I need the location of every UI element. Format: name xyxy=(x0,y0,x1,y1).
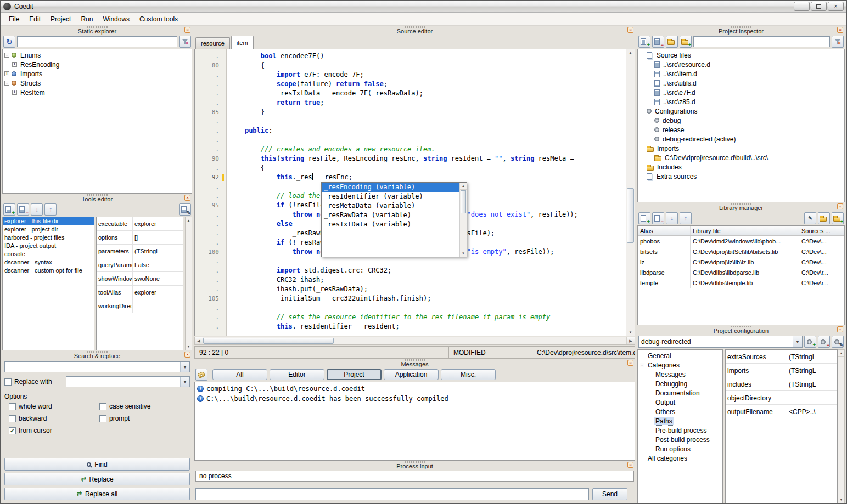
expand-icon[interactable]: + xyxy=(12,90,17,95)
scrollbar-thumb[interactable] xyxy=(203,338,334,344)
library-row[interactable]: bitsetsC:\Dev\dproj\bitSet\lib\bitsets.l… xyxy=(638,246,844,257)
code-editor[interactable]: .80....85....90.92..95....100....105... … xyxy=(194,49,635,336)
property-row-imports[interactable]: imports(TStringL xyxy=(726,364,837,377)
close-panel-icon[interactable]: × xyxy=(184,352,190,358)
tool-item-dscanner-syntax[interactable]: dscanner - syntax xyxy=(3,258,94,267)
menu-item-edit[interactable]: Edit xyxy=(24,14,46,25)
project-inspector-tree[interactable]: Source files..\src\resource.d..\src\item… xyxy=(637,49,845,202)
chevron-down-icon[interactable]: ▼ xyxy=(180,377,189,387)
scroll-down-icon[interactable]: ▼ xyxy=(460,250,467,257)
remove-configuration-button[interactable]: − xyxy=(818,336,830,348)
scrollbar-track[interactable] xyxy=(203,337,626,344)
checkbox-whole-word[interactable]: whole word xyxy=(9,403,99,410)
configuration-categories-tree[interactable]: General-CategoriesMessagesDebuggingDocum… xyxy=(637,349,723,503)
scroll-down-icon[interactable]: ▼ xyxy=(626,329,635,336)
property-value[interactable]: explorer xyxy=(133,286,183,299)
tree-item-messages[interactable]: Messages xyxy=(638,370,722,379)
completion-item[interactable]: _resIdentifier (variable) xyxy=(322,192,459,201)
tree-item-debug[interactable]: debug xyxy=(638,116,844,125)
property-row-outputfilename[interactable]: outputFilename<CPP>..\ xyxy=(726,405,837,418)
editor-horizontal-scrollbar[interactable]: ◀ ▶ xyxy=(194,337,635,345)
project-inspector-header[interactable]: Project inspector × xyxy=(637,26,845,35)
tree-item-general[interactable]: General xyxy=(638,351,722,360)
tree-item-paths[interactable]: Paths xyxy=(638,416,722,426)
property-row-executable[interactable]: executableexplorer xyxy=(97,217,183,231)
tools-list[interactable]: explorer - this file direxplorer - proje… xyxy=(2,217,94,350)
open-library-file-button[interactable] xyxy=(818,212,830,224)
close-panel-icon[interactable]: × xyxy=(627,462,633,468)
static-explorer-header[interactable]: Static explorer × xyxy=(2,26,192,35)
completion-item[interactable]: _resTxtData (variable) xyxy=(322,220,459,229)
tree-item-imports[interactable]: Imports xyxy=(638,144,844,153)
library-manager-header[interactable]: Library manager × xyxy=(637,202,845,211)
tree-item-src-e7f-d[interactable]: ..\src\e7F.d xyxy=(638,88,844,97)
checkbox-backward[interactable]: backward xyxy=(9,415,99,422)
tree-item-imports[interactable]: +Imports xyxy=(3,69,192,78)
configuration-properties-grid[interactable]: extraSources(TStringLimports(TStringLinc… xyxy=(725,349,838,503)
open-folder-button[interactable] xyxy=(666,36,678,48)
tree-item-debug-redirected-active[interactable]: debug-redirected (active) xyxy=(638,134,844,144)
property-row-toolalias[interactable]: toolAliasexplorer xyxy=(97,286,183,299)
completion-list[interactable]: _resEncoding (variable)_resIdentifier (v… xyxy=(322,183,459,257)
property-value[interactable]: explorer xyxy=(133,217,183,230)
tree-item-src-utils-d[interactable]: ..\src\utils.d xyxy=(638,78,844,88)
move-library-up-button[interactable]: ↑ xyxy=(680,212,692,224)
collapse-icon[interactable]: - xyxy=(4,81,9,86)
remove-tool-button[interactable]: − xyxy=(17,203,29,216)
scrollbar-thumb[interactable] xyxy=(627,188,634,243)
close-panel-icon[interactable]: × xyxy=(184,27,190,33)
property-value[interactable]: (TStringL xyxy=(787,377,837,390)
property-row-workingdirect[interactable]: workingDirect xyxy=(97,299,183,313)
menu-item-windows[interactable]: Windows xyxy=(98,14,134,25)
library-table[interactable]: AliasLibrary fileSources ... phobosC:\De… xyxy=(637,225,845,325)
search-replace-header[interactable]: Search & replace × xyxy=(2,350,192,359)
menu-item-custom-tools[interactable]: Custom tools xyxy=(134,14,183,25)
collapse-icon[interactable]: - xyxy=(640,363,644,367)
library-row[interactable]: libdparseC:\Dev\dlibs\libdparse.libC:\De… xyxy=(638,267,844,278)
expand-icon[interactable]: + xyxy=(4,71,9,76)
property-value[interactable]: (TStringL xyxy=(133,245,183,258)
tree-item-includes[interactable]: Includes xyxy=(638,162,844,172)
apply-tool-button[interactable]: ✎ xyxy=(179,203,191,216)
send-button[interactable]: Send xyxy=(592,488,627,500)
tree-item-categories[interactable]: -Categories xyxy=(638,360,722,370)
filter-project-button[interactable]: Project xyxy=(327,369,382,380)
symbol-filter-input[interactable] xyxy=(17,36,177,47)
configuration-combo[interactable]: debug-redirected ▼ xyxy=(638,336,803,348)
library-row[interactable]: phobosC:\Dev\dmd2\windows\lib\phob...C:\… xyxy=(638,236,844,246)
static-explorer-tree[interactable]: -Enums+ResEncoding+Imports-Structs+ResIt… xyxy=(2,49,192,194)
collapse-icon[interactable]: - xyxy=(4,53,9,58)
move-library-down-button[interactable]: ↓ xyxy=(666,212,678,224)
property-value[interactable] xyxy=(787,391,837,404)
property-row-options[interactable]: options[] xyxy=(97,231,183,245)
scroll-down-icon[interactable]: ▼ xyxy=(838,496,844,503)
add-folder-button[interactable]: + xyxy=(680,36,692,48)
chevron-down-icon[interactable]: ▼ xyxy=(180,362,189,372)
completion-item[interactable]: _resEncoding (variable) xyxy=(322,183,459,192)
move-tool-down-button[interactable]: ↓ xyxy=(31,203,43,216)
tree-item-extra-sources[interactable]: Extra sources xyxy=(638,172,844,181)
process-input-header[interactable]: Process input × xyxy=(194,461,635,469)
configuration-grid-scrollbar[interactable]: ▲ ▼ xyxy=(838,349,845,503)
replace-button[interactable]: ⇄Replace xyxy=(4,473,190,485)
property-row-objectdirectory[interactable]: objectDirectory xyxy=(726,391,837,405)
property-value[interactable]: <CPP>..\ xyxy=(787,405,837,418)
clear-filter-button[interactable]: × xyxy=(179,36,191,48)
tool-properties-grid[interactable]: executableexploreroptions[]parameters(TS… xyxy=(96,217,183,350)
library-row[interactable]: izC:\Dev\dproj\iz\lib\iz.libC:\Dev\... xyxy=(638,257,844,267)
replace-all-button[interactable]: ⇄Replace all xyxy=(4,488,190,500)
close-panel-icon[interactable]: × xyxy=(837,27,843,33)
expand-icon[interactable]: + xyxy=(12,62,17,67)
tool-item-harbored-project-files[interactable]: harbored - project files xyxy=(3,234,94,242)
property-row-showwindows[interactable]: showWindowsswoNone xyxy=(97,272,183,286)
tree-item-others[interactable]: Others xyxy=(638,407,722,416)
filter-application-button[interactable]: Application xyxy=(384,369,439,380)
tools-editor-header[interactable]: Tools editor × xyxy=(2,194,192,202)
replace-with-checkbox[interactable]: Replace with xyxy=(4,378,64,386)
tree-item-resencoding[interactable]: +ResEncoding xyxy=(3,60,192,69)
library-column-header[interactable]: Sources ... xyxy=(799,226,844,235)
filter-all-button[interactable]: All xyxy=(212,369,267,380)
menu-item-file[interactable]: File xyxy=(4,14,24,25)
source-editor-header[interactable]: Source editor × xyxy=(194,26,635,35)
messages-header[interactable]: Messages × xyxy=(194,359,635,367)
